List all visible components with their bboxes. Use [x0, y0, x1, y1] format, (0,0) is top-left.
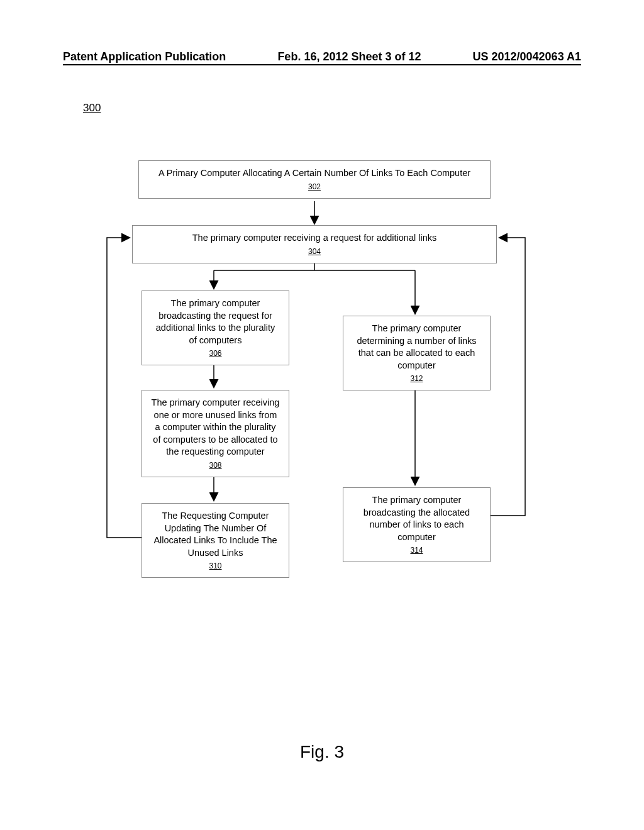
box-314: The primary computer broadcasting the al… — [343, 487, 491, 562]
box-310-ref: 310 — [151, 561, 280, 571]
box-308-ref: 308 — [151, 460, 280, 470]
box-302: A Primary Computer Allocating A Certain … — [138, 160, 491, 199]
box-314-text: The primary computer broadcasting the al… — [364, 495, 470, 542]
box-310: The Requesting Computer Updating The Num… — [142, 503, 289, 578]
header-center: Feb. 16, 2012 Sheet 3 of 12 — [277, 50, 421, 64]
box-306-text: The primary computer broadcasting the re… — [156, 298, 275, 345]
box-304-text: The primary computer receiving a request… — [192, 233, 436, 243]
page-header: Patent Application Publication Feb. 16, … — [0, 50, 644, 64]
box-302-text: A Primary Computer Allocating A Certain … — [158, 168, 470, 178]
box-304: The primary computer receiving a request… — [132, 225, 497, 263]
box-314-ref: 314 — [352, 545, 481, 555]
header-rule — [63, 64, 581, 65]
figure-caption: Fig. 3 — [0, 742, 644, 762]
box-308: The primary computer receiving one or mo… — [142, 390, 289, 477]
box-306: The primary computer broadcasting the re… — [142, 290, 289, 365]
header-right: US 2012/0042063 A1 — [473, 50, 581, 64]
flowchart: A Primary Computer Allocating A Certain … — [0, 151, 644, 654]
box-312-text: The primary computer determining a numbe… — [357, 323, 476, 370]
box-312: The primary computer determining a numbe… — [343, 316, 491, 390]
box-304-ref: 304 — [142, 246, 487, 257]
box-312-ref: 312 — [352, 374, 481, 384]
header-left: Patent Application Publication — [63, 50, 226, 64]
box-306-ref: 306 — [151, 348, 280, 358]
box-308-text: The primary computer receiving one or mo… — [152, 397, 280, 456]
box-302-ref: 302 — [148, 182, 481, 192]
figure-number: 300 — [83, 102, 101, 114]
box-310-text: The Requesting Computer Updating The Num… — [153, 511, 277, 558]
